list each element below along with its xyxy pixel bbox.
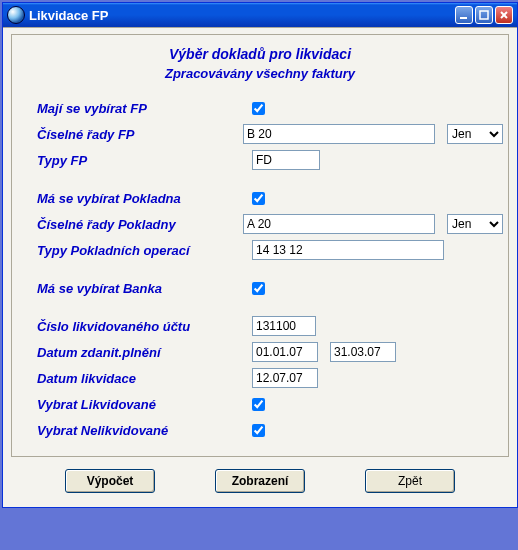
input-account-no[interactable] — [252, 316, 316, 336]
checkbox-select-bank[interactable] — [252, 282, 265, 295]
show-button[interactable]: Zobrazení — [215, 469, 305, 493]
close-button[interactable] — [495, 6, 513, 24]
input-fp-types[interactable] — [252, 150, 320, 170]
input-tax-date-to[interactable] — [330, 342, 396, 362]
label-select-unliquidated: Vybrat Nelikvidované — [37, 423, 252, 438]
input-cash-series[interactable] — [243, 214, 435, 234]
page-title: Výběr dokladů pro likvidaci — [17, 46, 503, 62]
label-fp-series: Číselné řady FP — [37, 127, 243, 142]
window-frame: Likvidace FP Výběr dokladů pro likvidaci… — [2, 2, 518, 508]
maximize-button[interactable] — [475, 6, 493, 24]
calc-button[interactable]: Výpočet — [65, 469, 155, 493]
label-select-cash: Má se vybírat Pokladna — [37, 191, 252, 206]
label-account-no: Číslo likvidovaného účtu — [37, 319, 252, 334]
checkbox-select-cash[interactable] — [252, 192, 265, 205]
select-cash-series-mode[interactable]: Jen — [447, 214, 503, 234]
window-title: Likvidace FP — [29, 8, 455, 23]
input-liq-date[interactable] — [252, 368, 318, 388]
checkbox-select-fp[interactable] — [252, 102, 265, 115]
page-subtitle: Zpracovávány všechny faktury — [17, 66, 503, 81]
input-cash-op-types[interactable] — [252, 240, 444, 260]
input-fp-series[interactable] — [243, 124, 435, 144]
checkbox-select-liquidated[interactable] — [252, 398, 265, 411]
checkbox-select-unliquidated[interactable] — [252, 424, 265, 437]
label-cash-series: Číselné řady Pokladny — [37, 217, 243, 232]
label-select-fp: Mají se vybírat FP — [37, 101, 252, 116]
select-fp-series-mode[interactable]: Jen — [447, 124, 503, 144]
label-liq-date: Datum likvidace — [37, 371, 252, 386]
label-select-bank: Má se vybírat Banka — [37, 281, 252, 296]
svg-rect-1 — [480, 11, 488, 19]
input-tax-date-from[interactable] — [252, 342, 318, 362]
titlebar[interactable]: Likvidace FP — [3, 3, 517, 27]
client-area: Výběr dokladů pro likvidaci Zpracovávány… — [3, 27, 517, 507]
back-button[interactable]: Zpět — [365, 469, 455, 493]
minimize-button[interactable] — [455, 6, 473, 24]
label-cash-op-types: Typy Pokladních operací — [37, 243, 252, 258]
app-icon — [7, 6, 25, 24]
label-fp-types: Typy FP — [37, 153, 252, 168]
svg-rect-0 — [460, 17, 467, 19]
label-tax-date: Datum zdanit.plnění — [37, 345, 252, 360]
label-select-liquidated: Vybrat Likvidované — [37, 397, 252, 412]
